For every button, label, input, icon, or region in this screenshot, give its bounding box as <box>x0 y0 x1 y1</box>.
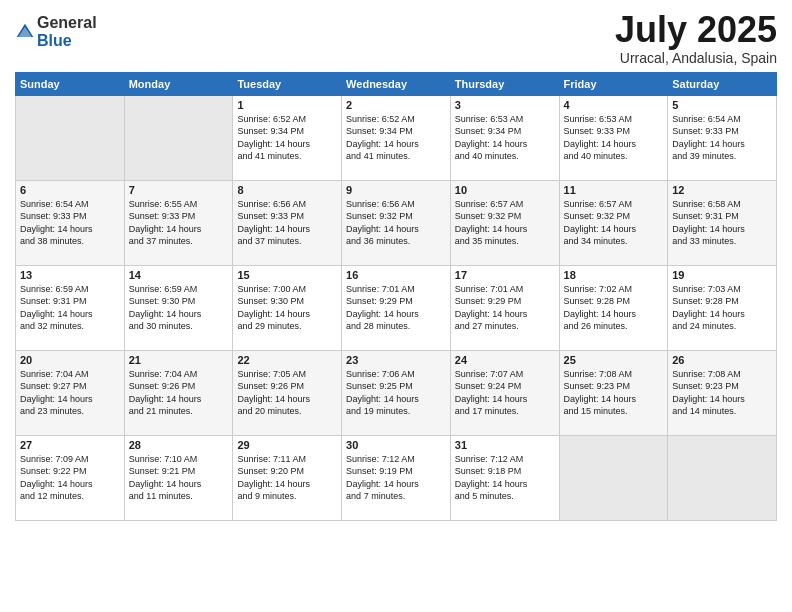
day-cell: 6Sunrise: 6:54 AM Sunset: 9:33 PM Daylig… <box>16 180 125 265</box>
week-row-2: 13Sunrise: 6:59 AM Sunset: 9:31 PM Dayli… <box>16 265 777 350</box>
day-number: 14 <box>129 269 229 281</box>
col-monday: Monday <box>124 72 233 95</box>
day-number: 31 <box>455 439 555 451</box>
week-row-0: 1Sunrise: 6:52 AM Sunset: 9:34 PM Daylig… <box>16 95 777 180</box>
day-content: Sunrise: 7:07 AM Sunset: 9:24 PM Dayligh… <box>455 368 555 418</box>
day-number: 22 <box>237 354 337 366</box>
logo-general-text: General <box>37 14 97 32</box>
day-cell: 24Sunrise: 7:07 AM Sunset: 9:24 PM Dayli… <box>450 350 559 435</box>
day-cell: 17Sunrise: 7:01 AM Sunset: 9:29 PM Dayli… <box>450 265 559 350</box>
day-cell: 30Sunrise: 7:12 AM Sunset: 9:19 PM Dayli… <box>342 435 451 520</box>
day-number: 23 <box>346 354 446 366</box>
day-number: 19 <box>672 269 772 281</box>
logo-icon <box>15 22 35 42</box>
day-cell: 19Sunrise: 7:03 AM Sunset: 9:28 PM Dayli… <box>668 265 777 350</box>
day-cell: 20Sunrise: 7:04 AM Sunset: 9:27 PM Dayli… <box>16 350 125 435</box>
calendar-table: Sunday Monday Tuesday Wednesday Thursday… <box>15 72 777 521</box>
day-number: 29 <box>237 439 337 451</box>
day-content: Sunrise: 7:02 AM Sunset: 9:28 PM Dayligh… <box>564 283 664 333</box>
day-cell: 1Sunrise: 6:52 AM Sunset: 9:34 PM Daylig… <box>233 95 342 180</box>
day-content: Sunrise: 6:53 AM Sunset: 9:34 PM Dayligh… <box>455 113 555 163</box>
day-number: 17 <box>455 269 555 281</box>
col-thursday: Thursday <box>450 72 559 95</box>
day-cell <box>16 95 125 180</box>
day-number: 18 <box>564 269 664 281</box>
location: Urracal, Andalusia, Spain <box>615 50 777 66</box>
day-content: Sunrise: 7:03 AM Sunset: 9:28 PM Dayligh… <box>672 283 772 333</box>
day-content: Sunrise: 6:59 AM Sunset: 9:30 PM Dayligh… <box>129 283 229 333</box>
week-row-3: 20Sunrise: 7:04 AM Sunset: 9:27 PM Dayli… <box>16 350 777 435</box>
logo: General Blue <box>15 14 97 49</box>
day-cell <box>668 435 777 520</box>
title-block: July 2025 Urracal, Andalusia, Spain <box>615 10 777 66</box>
day-number: 20 <box>20 354 120 366</box>
day-cell: 7Sunrise: 6:55 AM Sunset: 9:33 PM Daylig… <box>124 180 233 265</box>
day-cell <box>124 95 233 180</box>
day-number: 2 <box>346 99 446 111</box>
day-number: 30 <box>346 439 446 451</box>
day-cell: 15Sunrise: 7:00 AM Sunset: 9:30 PM Dayli… <box>233 265 342 350</box>
day-content: Sunrise: 6:58 AM Sunset: 9:31 PM Dayligh… <box>672 198 772 248</box>
day-content: Sunrise: 6:57 AM Sunset: 9:32 PM Dayligh… <box>455 198 555 248</box>
day-cell: 25Sunrise: 7:08 AM Sunset: 9:23 PM Dayli… <box>559 350 668 435</box>
day-content: Sunrise: 7:04 AM Sunset: 9:27 PM Dayligh… <box>20 368 120 418</box>
day-content: Sunrise: 7:09 AM Sunset: 9:22 PM Dayligh… <box>20 453 120 503</box>
day-content: Sunrise: 6:55 AM Sunset: 9:33 PM Dayligh… <box>129 198 229 248</box>
day-number: 11 <box>564 184 664 196</box>
day-content: Sunrise: 6:54 AM Sunset: 9:33 PM Dayligh… <box>672 113 772 163</box>
day-cell: 26Sunrise: 7:08 AM Sunset: 9:23 PM Dayli… <box>668 350 777 435</box>
day-content: Sunrise: 6:57 AM Sunset: 9:32 PM Dayligh… <box>564 198 664 248</box>
day-content: Sunrise: 7:08 AM Sunset: 9:23 PM Dayligh… <box>564 368 664 418</box>
day-content: Sunrise: 7:08 AM Sunset: 9:23 PM Dayligh… <box>672 368 772 418</box>
day-cell: 9Sunrise: 6:56 AM Sunset: 9:32 PM Daylig… <box>342 180 451 265</box>
day-content: Sunrise: 7:11 AM Sunset: 9:20 PM Dayligh… <box>237 453 337 503</box>
logo-text: General Blue <box>37 14 97 49</box>
calendar-page: General Blue July 2025 Urracal, Andalusi… <box>0 0 792 612</box>
day-number: 6 <box>20 184 120 196</box>
day-content: Sunrise: 6:59 AM Sunset: 9:31 PM Dayligh… <box>20 283 120 333</box>
day-cell: 13Sunrise: 6:59 AM Sunset: 9:31 PM Dayli… <box>16 265 125 350</box>
day-cell: 23Sunrise: 7:06 AM Sunset: 9:25 PM Dayli… <box>342 350 451 435</box>
day-cell: 28Sunrise: 7:10 AM Sunset: 9:21 PM Dayli… <box>124 435 233 520</box>
day-cell: 3Sunrise: 6:53 AM Sunset: 9:34 PM Daylig… <box>450 95 559 180</box>
day-number: 21 <box>129 354 229 366</box>
day-number: 7 <box>129 184 229 196</box>
day-content: Sunrise: 7:12 AM Sunset: 9:19 PM Dayligh… <box>346 453 446 503</box>
day-number: 25 <box>564 354 664 366</box>
day-content: Sunrise: 6:53 AM Sunset: 9:33 PM Dayligh… <box>564 113 664 163</box>
day-number: 28 <box>129 439 229 451</box>
logo-blue-text: Blue <box>37 32 97 50</box>
day-cell: 29Sunrise: 7:11 AM Sunset: 9:20 PM Dayli… <box>233 435 342 520</box>
day-content: Sunrise: 6:52 AM Sunset: 9:34 PM Dayligh… <box>237 113 337 163</box>
day-cell: 12Sunrise: 6:58 AM Sunset: 9:31 PM Dayli… <box>668 180 777 265</box>
day-number: 8 <box>237 184 337 196</box>
day-content: Sunrise: 6:56 AM Sunset: 9:32 PM Dayligh… <box>346 198 446 248</box>
day-number: 16 <box>346 269 446 281</box>
col-saturday: Saturday <box>668 72 777 95</box>
day-number: 26 <box>672 354 772 366</box>
day-cell: 2Sunrise: 6:52 AM Sunset: 9:34 PM Daylig… <box>342 95 451 180</box>
day-number: 15 <box>237 269 337 281</box>
day-content: Sunrise: 7:01 AM Sunset: 9:29 PM Dayligh… <box>455 283 555 333</box>
day-cell: 11Sunrise: 6:57 AM Sunset: 9:32 PM Dayli… <box>559 180 668 265</box>
day-content: Sunrise: 6:52 AM Sunset: 9:34 PM Dayligh… <box>346 113 446 163</box>
day-number: 3 <box>455 99 555 111</box>
col-friday: Friday <box>559 72 668 95</box>
day-cell: 8Sunrise: 6:56 AM Sunset: 9:33 PM Daylig… <box>233 180 342 265</box>
day-cell: 5Sunrise: 6:54 AM Sunset: 9:33 PM Daylig… <box>668 95 777 180</box>
day-cell: 31Sunrise: 7:12 AM Sunset: 9:18 PM Dayli… <box>450 435 559 520</box>
col-sunday: Sunday <box>16 72 125 95</box>
col-tuesday: Tuesday <box>233 72 342 95</box>
day-content: Sunrise: 7:05 AM Sunset: 9:26 PM Dayligh… <box>237 368 337 418</box>
day-number: 27 <box>20 439 120 451</box>
day-cell: 14Sunrise: 6:59 AM Sunset: 9:30 PM Dayli… <box>124 265 233 350</box>
day-cell <box>559 435 668 520</box>
header: General Blue July 2025 Urracal, Andalusi… <box>15 10 777 66</box>
day-content: Sunrise: 6:54 AM Sunset: 9:33 PM Dayligh… <box>20 198 120 248</box>
day-content: Sunrise: 7:00 AM Sunset: 9:30 PM Dayligh… <box>237 283 337 333</box>
day-number: 10 <box>455 184 555 196</box>
day-number: 12 <box>672 184 772 196</box>
day-cell: 10Sunrise: 6:57 AM Sunset: 9:32 PM Dayli… <box>450 180 559 265</box>
day-content: Sunrise: 6:56 AM Sunset: 9:33 PM Dayligh… <box>237 198 337 248</box>
day-content: Sunrise: 7:12 AM Sunset: 9:18 PM Dayligh… <box>455 453 555 503</box>
